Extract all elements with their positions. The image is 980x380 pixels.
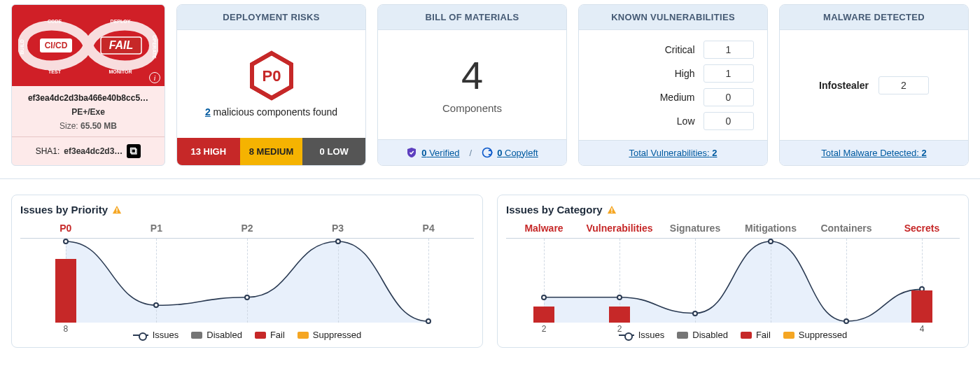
data-point[interactable] [63,239,69,244]
chart-category[interactable]: P1 [111,223,202,238]
devops-loop-icon: CI/CD FAIL CODE DEPLOY OPERATE MONITOR T… [18,12,158,79]
cicd-status-banner: CI/CD FAIL CODE DEPLOY OPERATE MONITOR T… [12,5,164,86]
charts-row: Issues by Priority P0P1P2P3P4 8 Issues D… [0,179,980,355]
vuln-label: Low [593,115,695,127]
svg-rect-18 [611,208,612,211]
copyleft-icon [482,147,493,158]
issues-by-priority-panel: Issues by Priority P0P1P2P3P4 8 Issues D… [11,195,483,348]
data-point[interactable] [768,239,774,244]
vuln-label: Medium [593,92,695,103]
svg-rect-17 [116,211,117,212]
data-point[interactable] [426,318,431,324]
svg-text:TEST: TEST [48,69,62,74]
file-name: ef3ea4dc2d3ba466e40b8cc5… [18,93,159,103]
card-title: MALWARE DETECTED [780,5,968,30]
chart-category[interactable]: Signatures [657,223,733,238]
fail-bar[interactable] [911,290,932,323]
chart-category[interactable]: Vulnerabilities [582,223,657,238]
vuln-value[interactable]: 0 [704,88,754,106]
legend-suppressed: Suppressed [783,330,847,340]
data-point[interactable] [617,295,622,300]
chart-category[interactable]: P4 [383,223,474,238]
malware-label: Infostealer [819,80,869,91]
chart-area[interactable]: 224 [506,239,960,323]
chart-legend: Issues Disabled Fail Suppressed [20,323,474,343]
hash-value: ef3ea4dc2d3… [64,146,122,156]
legend-disabled: Disabled [677,330,728,340]
risk-high-chip[interactable]: 13 HIGH [177,138,240,165]
chart-category[interactable]: P2 [202,223,293,238]
deployment-risks-card: DEPLOYMENT RISKS P0 2 malicious componen… [176,4,366,166]
malware-row: Infostealer 2 [819,76,929,94]
card-body: Infostealer 2 [780,30,968,140]
vuln-label: High [593,68,695,79]
legend-fail: Fail [255,330,285,340]
risk-severity-bar: 13 HIGH 8 MEDIUM 0 LOW [177,138,365,165]
fail-bar[interactable] [609,307,630,323]
copyleft-link[interactable]: 0 Copyleft [482,147,538,158]
info-icon[interactable]: i [149,72,160,83]
vuln-row: Low 0 [593,112,754,130]
vuln-value[interactable]: 1 [704,64,754,83]
card-body: P0 2 malicious components found [177,30,365,138]
copy-icon[interactable] [127,144,141,158]
legend-disabled: Disabled [191,330,242,340]
shield-check-icon [406,147,417,158]
p0-badge-icon: P0 [246,50,297,101]
svg-text:DEPLOY: DEPLOY [111,19,131,24]
data-point[interactable] [335,239,341,244]
legend-issues: Issues [133,330,179,340]
malware-value[interactable]: 2 [878,76,929,94]
risk-medium-chip[interactable]: 8 MEDIUM [240,138,303,165]
fail-bar[interactable] [533,307,554,323]
chart-area[interactable]: 8 [20,239,474,323]
malicious-count-link[interactable]: 2 [205,106,211,118]
data-point[interactable] [844,318,849,324]
card-title: BILL OF MATERIALS [378,5,566,30]
data-point[interactable] [541,295,547,300]
fail-bar-label: 2 [533,324,554,334]
vuln-value[interactable]: 1 [704,41,754,59]
chart-category[interactable]: P0 [20,223,111,238]
svg-text:OPERATE: OPERATE [152,35,157,59]
risk-low-chip[interactable]: 0 LOW [302,138,365,165]
svg-rect-19 [611,211,612,212]
chart-category[interactable]: Malware [506,223,582,238]
chart-category[interactable]: P3 [293,223,384,238]
legend-suppressed: Suppressed [298,330,361,340]
total-vulnerabilities-link[interactable]: Total Vulnerabilities: 2 [629,148,718,158]
vuln-value[interactable]: 0 [704,112,754,130]
vuln-row: High 1 [593,64,754,83]
chart-title: Issues by Category [506,204,960,216]
svg-point-15 [483,148,492,157]
malicious-components-text: 2 malicious components found [205,106,337,118]
data-point[interactable] [692,311,698,316]
file-hash-row: SHA1: ef3ea4dc2d3… [12,136,164,165]
file-type: PE+/Exe [18,107,159,117]
fail-bar-label: 8 [55,324,76,334]
chart-category[interactable]: Containers [808,223,884,238]
file-metadata: ef3ea4dc2d3ba466e40b8cc5… PE+/Exe Size: … [12,86,164,136]
data-point[interactable] [153,302,159,308]
warning-icon [607,205,617,215]
legend-fail: Fail [741,330,771,340]
card-footer: Total Malware Detected: 2 [780,140,968,165]
chart-category[interactable]: Secrets [884,223,960,238]
card-body: Critical 1High 1Medium 0Low 0 [579,30,767,140]
card-body: 4 Components [378,30,566,139]
hash-label: SHA1: [36,146,60,156]
verified-link[interactable]: 0 Verified [406,147,459,158]
chart-category[interactable]: Mitigations [733,223,808,238]
vuln-label: Critical [593,44,695,55]
svg-text:BUILD: BUILD [20,39,24,54]
svg-text:FAIL: FAIL [109,39,134,51]
data-point[interactable] [244,295,250,300]
total-malware-link[interactable]: Total Malware Detected: 2 [821,148,926,158]
fail-bar[interactable] [55,259,76,323]
bom-count: 4 [461,56,483,95]
vuln-row: Critical 1 [593,41,754,59]
card-title: KNOWN VULNERABILITIES [579,5,767,30]
chart-legend: Issues Disabled Fail Suppressed [506,323,960,343]
file-size: Size: 65.50 MB [18,121,159,131]
bom-card: BILL OF MATERIALS 4 Components 0 Verifie… [377,4,567,166]
